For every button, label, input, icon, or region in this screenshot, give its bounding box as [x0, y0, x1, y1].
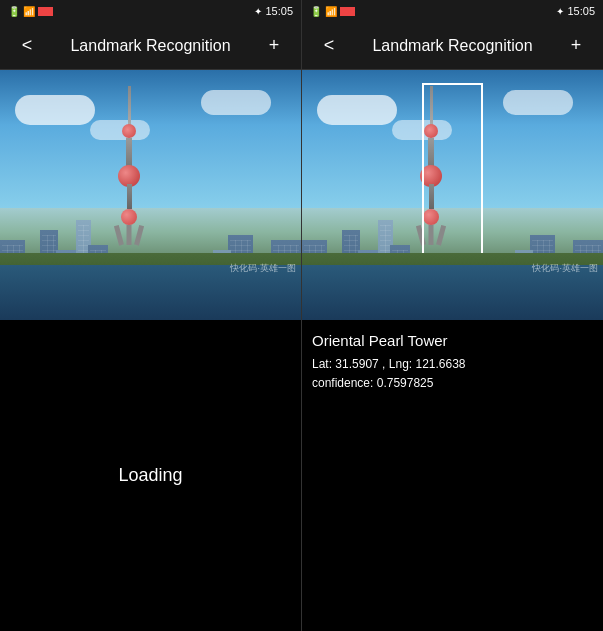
tower-leg-left — [114, 225, 124, 246]
right-app-bar: < Landmark Recognition + — [302, 22, 603, 70]
right-phone-panel: 🔋 📶 ●●● ✦ 15:05 < Landmark Recognition + — [302, 0, 603, 631]
right-app-title: Landmark Recognition — [344, 37, 561, 55]
right-wifi-icon: 📶 — [325, 6, 337, 17]
right-cloud1 — [317, 95, 397, 125]
left-status-bar: 🔋 📶 ●●● ✦ 15:05 — [0, 0, 301, 22]
right-add-button[interactable]: + — [561, 35, 591, 56]
cloud1 — [15, 95, 95, 125]
left-add-button[interactable]: + — [259, 35, 289, 56]
left-watermark: 快化码·英雄一图 — [230, 262, 296, 275]
right-time: 15:05 — [567, 5, 595, 17]
landmark-coords: Lat: 31.5907 , Lng: 121.6638 confidence:… — [312, 355, 593, 393]
lng-label: Lng: — [389, 357, 412, 371]
right-back-button[interactable]: < — [314, 35, 344, 56]
left-signal-dots: ●●● — [38, 7, 53, 16]
right-battery-icon: 🔋 — [310, 6, 322, 17]
left-status-right: ✦ 15:05 — [254, 5, 293, 17]
right-image-container: 快化码·英雄一图 — [302, 70, 603, 320]
lat-label: Lat: — [312, 357, 332, 371]
landmark-name: Oriental Pearl Tower — [312, 332, 593, 349]
right-watermark: 快化码·英雄一图 — [532, 262, 598, 275]
left-tower — [114, 86, 144, 245]
tower-leg-center — [127, 225, 132, 245]
right-city-image: 快化码·英雄一图 — [302, 70, 603, 320]
right-signal-dots: ●●● — [340, 7, 355, 16]
left-battery-icon: 🔋 — [8, 6, 20, 17]
left-app-bar: < Landmark Recognition + — [0, 22, 301, 70]
right-status-right: ✦ 15:05 — [556, 5, 595, 17]
left-app-title: Landmark Recognition — [42, 37, 259, 55]
right-status-bar: 🔋 📶 ●●● ✦ 15:05 — [302, 0, 603, 22]
tower-legs — [114, 225, 144, 245]
tower-upper-section — [126, 138, 132, 168]
result-area: Oriental Pearl Tower Lat: 31.5907 , Lng:… — [302, 320, 603, 631]
loading-text: Loading — [118, 465, 182, 486]
left-content-area: Loading — [0, 320, 301, 631]
tower-lower-section — [127, 184, 132, 209]
tower-base-sphere — [121, 209, 137, 225]
confidence-label: confidence: — [312, 376, 373, 390]
lat-value: 31.5907 — [335, 357, 378, 371]
left-city-image: 快化码·英雄一图 — [0, 70, 301, 320]
cloud3 — [201, 90, 271, 115]
left-image-container: 快化码·英雄一图 — [0, 70, 301, 320]
lng-separator: , — [382, 357, 385, 371]
right-bluetooth-icon: ✦ — [556, 6, 564, 17]
left-status-left: 🔋 📶 ●●● — [8, 6, 53, 17]
left-phone-panel: 🔋 📶 ●●● ✦ 15:05 < Landmark Recognition + — [0, 0, 301, 631]
left-bluetooth-icon: ✦ — [254, 6, 262, 17]
right-status-left: 🔋 📶 ●●● — [310, 6, 355, 17]
left-back-button[interactable]: < — [12, 35, 42, 56]
tower-leg-right — [134, 225, 144, 246]
left-time: 15:05 — [265, 5, 293, 17]
tower-needle — [128, 86, 131, 126]
right-cloud3 — [503, 90, 573, 115]
tower-upper-sphere — [122, 124, 136, 138]
left-wifi-icon: 📶 — [23, 6, 35, 17]
lng-value: 121.6638 — [415, 357, 465, 371]
confidence-value: 0.7597825 — [377, 376, 434, 390]
